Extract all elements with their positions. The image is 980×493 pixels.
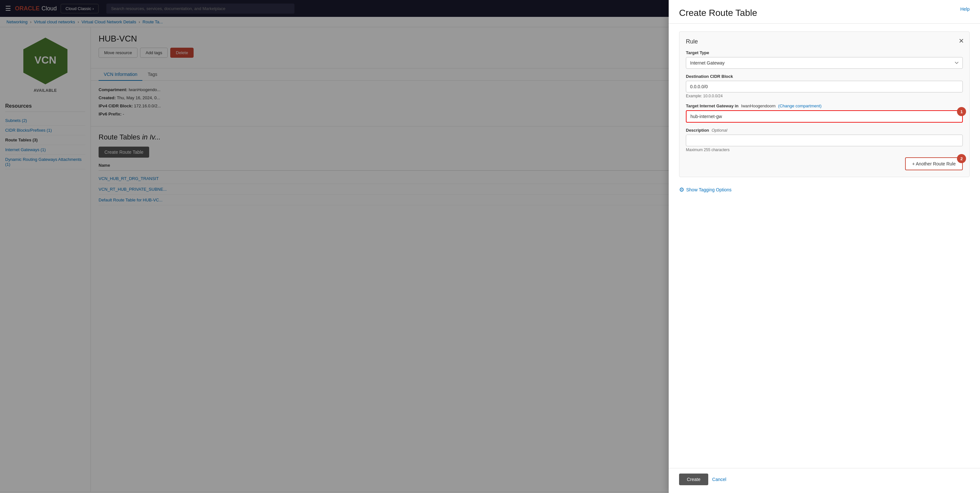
target-gateway-group: Target Internet Gateway in IwanHoogendoo… [686, 103, 963, 122]
modal-overlay[interactable]: Create Route Table Help Rule ✕ Target Ty… [0, 0, 980, 493]
tagging-link[interactable]: Show Tagging Options [686, 187, 732, 192]
rule-close-button[interactable]: ✕ [959, 37, 964, 45]
description-input[interactable] [686, 135, 963, 146]
target-label-row: Target Internet Gateway in IwanHoogendoo… [686, 103, 963, 108]
destination-cidr-input[interactable] [686, 81, 963, 92]
target-type-label: Target Type [686, 50, 963, 55]
badge-1: 1 [957, 107, 966, 116]
help-link[interactable]: Help [960, 6, 970, 12]
description-hint: Maximum 255 characters [686, 148, 963, 152]
another-route-rule-button[interactable]: + Another Route Rule [905, 157, 963, 170]
create-route-table-modal: Create Route Table Help Rule ✕ Target Ty… [669, 0, 980, 493]
target-gateway-compartment: IwanHoogendoorn [741, 103, 775, 108]
rule-section: Rule ✕ Target Type Internet Gateway Dest… [679, 32, 970, 177]
modal-title: Create Route Table [679, 8, 970, 18]
cancel-button[interactable]: Cancel [712, 477, 726, 482]
description-optional: Optional [711, 128, 727, 133]
change-compartment-link[interactable]: (Change compartment) [778, 103, 822, 108]
target-type-group: Target Type Internet Gateway [686, 50, 963, 69]
another-route-btn-container: + Another Route Rule 2 [905, 157, 963, 170]
modal-header: Create Route Table Help [669, 0, 980, 24]
target-type-select[interactable]: Internet Gateway [686, 57, 963, 69]
another-route-btn-wrapper: + Another Route Rule 2 [686, 157, 963, 170]
create-button[interactable]: Create [679, 474, 708, 485]
destination-cidr-hint: Example: 10.0.0.0/24 [686, 94, 963, 98]
destination-cidr-label: Destination CIDR Block [686, 74, 963, 79]
modal-footer: Create Cancel [669, 468, 980, 493]
modal-body: Rule ✕ Target Type Internet Gateway Dest… [669, 24, 980, 468]
target-gateway-label: Target Internet Gateway in [686, 103, 738, 108]
destination-cidr-group: Destination CIDR Block Example: 10.0.0.0… [686, 74, 963, 98]
tagging-icon: ⚙ [679, 186, 684, 193]
target-gateway-input-wrapper: 1 [686, 110, 963, 122]
rule-section-title: Rule [686, 38, 963, 45]
tagging-options[interactable]: ⚙ Show Tagging Options [679, 184, 970, 196]
target-gateway-input[interactable] [686, 110, 963, 122]
description-group: Description Optional Maximum 255 charact… [686, 128, 963, 152]
description-label: Description Optional [686, 128, 963, 133]
badge-2: 2 [957, 154, 966, 163]
